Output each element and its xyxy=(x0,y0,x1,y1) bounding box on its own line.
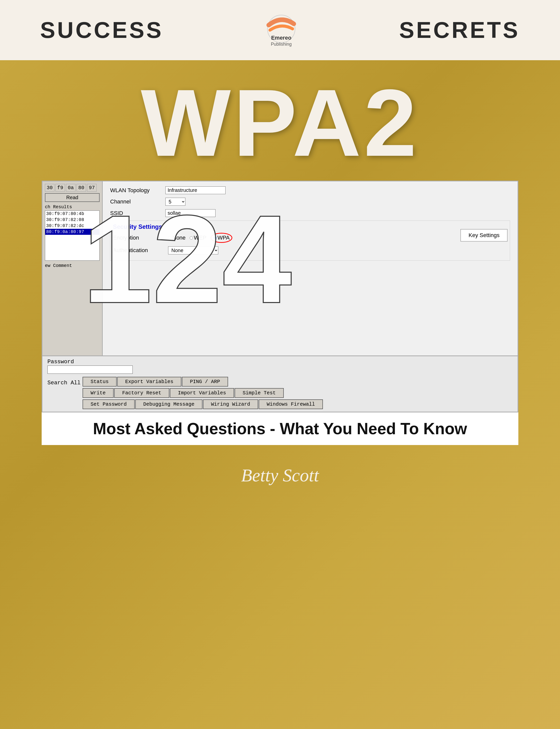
export-variables-button[interactable]: Export Variables xyxy=(117,377,181,387)
password-section: Password xyxy=(47,359,513,375)
search-all-label: Search All xyxy=(47,380,81,386)
header-band: SUCCESS Emereo Publishing SECRETS xyxy=(0,0,560,60)
subtitle-text: Most Asked Questions - What You Need To … xyxy=(93,420,467,438)
button-group: Status Export Variables PING / ARP Write… xyxy=(83,377,323,409)
simple-test-button[interactable]: Simple Test xyxy=(235,388,284,398)
screenshot-container: 30 f9 0a 80 97 Read ch Results 30:f9:07:… xyxy=(42,181,518,356)
btn-row-3: Set Password Debugging Message Wiring Wi… xyxy=(83,399,323,409)
svg-text:Emereo: Emereo xyxy=(271,35,292,41)
header-secrets: SECRETS xyxy=(399,17,520,43)
emereo-logo-icon: Emereo Publishing xyxy=(261,10,301,50)
status-button[interactable]: Status xyxy=(83,377,117,387)
btn-row-1: Status Export Variables PING / ARP xyxy=(83,377,323,387)
btn-row-2: Write Factory Reset Import Variables Sim… xyxy=(83,388,323,398)
factory-reset-button[interactable]: Factory Reset xyxy=(114,388,169,398)
logo-area: Emereo Publishing xyxy=(261,10,301,50)
debugging-message-button[interactable]: Debugging Message xyxy=(135,399,202,409)
bottom-screenshot: Password Search All Status Export Variab… xyxy=(42,356,518,412)
book-cover: SUCCESS Emereo Publishing SECRETS WPA2 xyxy=(0,0,560,729)
big-number: 124 xyxy=(83,196,292,322)
author-name: Betty Scott xyxy=(241,465,319,485)
wiring-wizard-button[interactable]: Wiring Wizard xyxy=(203,399,258,409)
subtitle-band: Most Asked Questions - What You Need To … xyxy=(42,412,518,445)
set-password-button[interactable]: Set Password xyxy=(83,399,135,409)
main-title: WPA2 xyxy=(141,75,419,171)
svg-text:Publishing: Publishing xyxy=(271,42,292,47)
key-settings-label: Key Settings xyxy=(468,232,500,238)
import-variables-button[interactable]: Import Variables xyxy=(170,388,234,398)
write-button[interactable]: Write xyxy=(83,388,114,398)
password-label: Password xyxy=(47,359,513,365)
ping-arp-button[interactable]: PING / ARP xyxy=(182,377,228,387)
author-area: Betty Scott xyxy=(241,465,319,486)
hex-f9: f9 xyxy=(55,184,65,192)
windows-firewall-button[interactable]: Windows Firewall xyxy=(259,399,323,409)
button-rows-area: Search All Status Export Variables PING … xyxy=(47,377,513,409)
key-settings-box: Key Settings xyxy=(460,229,508,242)
hex-0a: 0a xyxy=(66,184,76,192)
screenshots-wrapper: 30 f9 0a 80 97 Read ch Results 30:f9:07:… xyxy=(42,181,518,445)
password-input[interactable] xyxy=(47,366,133,374)
header-success: SUCCESS xyxy=(40,17,163,43)
hex-30: 30 xyxy=(45,184,54,192)
